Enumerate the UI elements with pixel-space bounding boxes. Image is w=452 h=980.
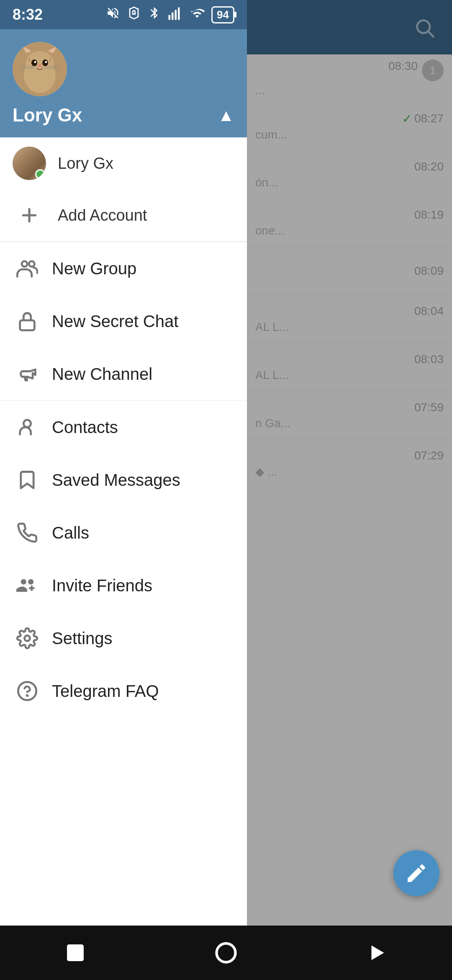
account-avatar (13, 147, 46, 180)
account-name: Lory Gx (58, 155, 113, 173)
invite-friends-label: Invite Friends (52, 576, 152, 595)
menu-section-2: Contacts Saved Messages Calls (0, 401, 247, 717)
menu-item-calls[interactable]: Calls (0, 506, 247, 559)
svg-point-16 (45, 61, 47, 63)
new-group-label: New Group (52, 259, 136, 278)
menu-item-new-secret-chat[interactable]: New Secret Chat (0, 295, 247, 348)
svg-point-32 (217, 944, 236, 962)
sidebar-drawer: 8:32 (0, 0, 247, 980)
home-button[interactable] (209, 936, 243, 970)
megaphone-icon (13, 359, 42, 389)
svg-marker-33 (372, 946, 384, 960)
new-channel-label: New Channel (52, 365, 152, 384)
compose-fab[interactable] (393, 850, 439, 896)
signal-icon (168, 6, 183, 23)
pencil-icon (405, 861, 428, 885)
account-item-lorygx[interactable]: Lory Gx (0, 137, 247, 189)
profile-avatar[interactable] (13, 42, 67, 96)
svg-point-24 (22, 261, 27, 267)
svg-point-27 (23, 420, 31, 427)
battery-indicator: 94 (211, 6, 234, 23)
avatar-image (13, 42, 67, 96)
bookmark-icon (13, 465, 42, 495)
status-time: 8:32 (13, 6, 43, 23)
overlay-dim (247, 0, 452, 980)
svg-point-14 (42, 59, 48, 66)
alarm-icon (127, 6, 141, 23)
svg-point-13 (31, 59, 37, 66)
svg-point-25 (29, 261, 34, 267)
menu-item-new-channel[interactable]: New Channel (0, 348, 247, 400)
lock-icon (13, 307, 42, 336)
help-icon (13, 676, 42, 706)
sidebar-header: Lory Gx ▲ (0, 29, 247, 137)
online-indicator (35, 169, 45, 179)
menu-item-settings[interactable]: Settings (0, 612, 247, 665)
accounts-section: Lory Gx Add Account (0, 137, 247, 242)
contacts-label: Contacts (52, 418, 118, 437)
triangle-icon (364, 940, 389, 965)
gear-icon (13, 624, 42, 653)
mute-icon (106, 6, 120, 23)
menu-item-contacts[interactable]: Contacts (0, 401, 247, 454)
chevron-up-icon[interactable]: ▲ (218, 106, 234, 125)
calls-label: Calls (52, 524, 89, 542)
person-add-icon (13, 571, 42, 600)
menu-section-1: New Group New Secret Chat New Channel (0, 242, 247, 400)
sidebar-username: Lory Gx (13, 105, 82, 126)
svg-rect-26 (20, 320, 35, 330)
svg-rect-4 (175, 10, 177, 20)
svg-rect-3 (172, 13, 174, 20)
svg-rect-2 (169, 15, 171, 20)
add-account-label: Add Account (58, 206, 147, 224)
back-button[interactable] (59, 936, 92, 970)
bottom-navigation (0, 926, 452, 980)
telegram-faq-label: Telegram FAQ (52, 682, 159, 701)
menu-item-telegram-faq[interactable]: Telegram FAQ (0, 665, 247, 717)
svg-point-8 (26, 51, 54, 76)
circle-icon (213, 940, 239, 965)
status-bar: 8:32 (0, 0, 247, 29)
recents-button[interactable] (360, 936, 393, 970)
menu-item-new-group[interactable]: New Group (0, 242, 247, 295)
status-icons: 94 (106, 6, 234, 23)
person-icon (13, 413, 42, 442)
square-icon (63, 940, 88, 965)
new-secret-chat-label: New Secret Chat (52, 312, 178, 331)
phone-icon (13, 518, 42, 547)
svg-rect-5 (178, 8, 180, 20)
plus-icon (13, 199, 46, 232)
bluetooth-icon (148, 6, 161, 23)
group-icon (13, 254, 42, 283)
svg-point-28 (25, 636, 30, 641)
menu-item-invite-friends[interactable]: Invite Friends (0, 559, 247, 612)
header-bottom: Lory Gx ▲ (13, 105, 234, 126)
svg-rect-31 (67, 944, 84, 961)
svg-point-15 (34, 61, 36, 63)
settings-label: Settings (52, 629, 113, 648)
add-account-item[interactable]: Add Account (0, 189, 247, 242)
wifi-icon (190, 6, 205, 23)
menu-item-saved-messages[interactable]: Saved Messages (0, 454, 247, 506)
saved-messages-label: Saved Messages (52, 471, 180, 490)
